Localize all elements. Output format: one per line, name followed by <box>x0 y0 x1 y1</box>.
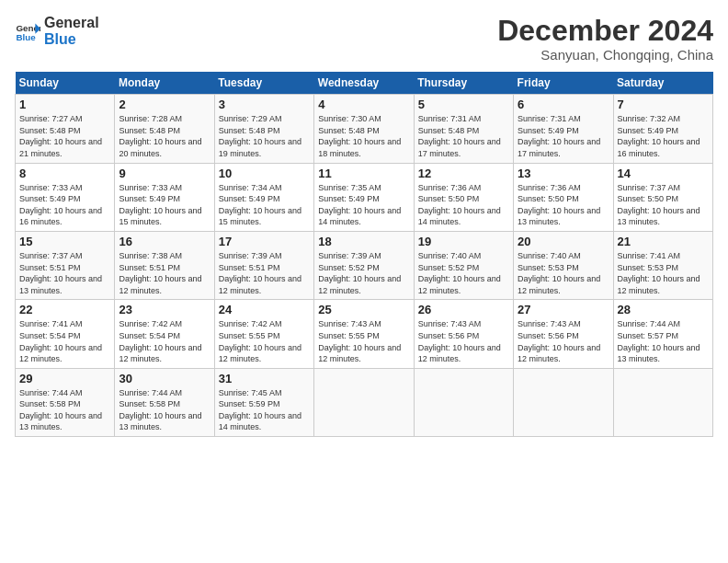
day-detail: Sunrise: 7:31 AMSunset: 5:48 PMDaylight:… <box>418 114 501 158</box>
day-number: 6 <box>518 98 609 111</box>
calendar-cell: 25Sunrise: 7:43 AMSunset: 5:55 PMDayligh… <box>314 300 414 368</box>
calendar-cell: 9Sunrise: 7:33 AMSunset: 5:49 PMDaylight… <box>115 163 214 231</box>
day-number: 21 <box>618 235 709 248</box>
day-number: 10 <box>219 167 310 180</box>
calendar-cell: 15Sunrise: 7:37 AMSunset: 5:51 PMDayligh… <box>16 231 115 299</box>
day-detail: Sunrise: 7:42 AMSunset: 5:55 PMDaylight:… <box>219 319 301 363</box>
calendar-cell: 31Sunrise: 7:45 AMSunset: 5:59 PMDayligh… <box>214 368 313 436</box>
day-detail: Sunrise: 7:35 AMSunset: 5:49 PMDaylight:… <box>318 183 401 227</box>
calendar-cell: 1Sunrise: 7:27 AMSunset: 5:48 PMDaylight… <box>16 95 115 163</box>
day-number: 28 <box>618 303 709 316</box>
day-number: 11 <box>318 167 409 180</box>
day-number: 14 <box>618 167 709 180</box>
day-detail: Sunrise: 7:44 AMSunset: 5:58 PMDaylight:… <box>119 388 201 432</box>
calendar-cell: 7Sunrise: 7:32 AMSunset: 5:49 PMDaylight… <box>613 95 712 163</box>
day-number: 23 <box>119 303 210 316</box>
calendar-cell: 8Sunrise: 7:33 AMSunset: 5:49 PMDaylight… <box>16 163 115 231</box>
calendar-cell: 23Sunrise: 7:42 AMSunset: 5:54 PMDayligh… <box>115 300 214 368</box>
day-number: 29 <box>19 372 110 385</box>
day-number: 31 <box>219 372 310 385</box>
day-number: 12 <box>418 167 509 180</box>
calendar-week-4: 22Sunrise: 7:41 AMSunset: 5:54 PMDayligh… <box>16 300 713 368</box>
calendar-cell: 6Sunrise: 7:31 AMSunset: 5:49 PMDaylight… <box>514 95 613 163</box>
calendar-cell: 20Sunrise: 7:40 AMSunset: 5:53 PMDayligh… <box>514 231 613 299</box>
calendar-cell: 28Sunrise: 7:44 AMSunset: 5:57 PMDayligh… <box>613 300 712 368</box>
logo-icon: General Blue <box>15 18 40 44</box>
calendar-cell: 17Sunrise: 7:39 AMSunset: 5:51 PMDayligh… <box>214 231 313 299</box>
day-detail: Sunrise: 7:30 AMSunset: 5:48 PMDaylight:… <box>318 114 401 158</box>
day-detail: Sunrise: 7:37 AMSunset: 5:50 PMDaylight:… <box>618 183 700 227</box>
calendar-week-3: 15Sunrise: 7:37 AMSunset: 5:51 PMDayligh… <box>16 231 713 299</box>
day-detail: Sunrise: 7:43 AMSunset: 5:55 PMDaylight:… <box>318 319 401 363</box>
day-number: 16 <box>119 235 210 248</box>
day-detail: Sunrise: 7:39 AMSunset: 5:52 PMDaylight:… <box>318 251 401 295</box>
day-number: 20 <box>518 235 609 248</box>
day-number: 8 <box>19 167 110 180</box>
day-detail: Sunrise: 7:41 AMSunset: 5:54 PMDaylight:… <box>19 319 102 363</box>
calendar-cell <box>314 368 414 436</box>
calendar-cell: 2Sunrise: 7:28 AMSunset: 5:48 PMDaylight… <box>115 95 214 163</box>
calendar-cell: 10Sunrise: 7:34 AMSunset: 5:49 PMDayligh… <box>214 163 313 231</box>
day-detail: Sunrise: 7:27 AMSunset: 5:48 PMDaylight:… <box>19 114 102 158</box>
title-block: December 2024 Sanyuan, Chongqing, China <box>497 15 713 63</box>
day-detail: Sunrise: 7:41 AMSunset: 5:53 PMDaylight:… <box>618 251 700 295</box>
calendar-cell <box>613 368 712 436</box>
day-number: 4 <box>318 98 409 111</box>
day-detail: Sunrise: 7:45 AMSunset: 5:59 PMDaylight:… <box>219 388 301 432</box>
calendar-table: SundayMondayTuesdayWednesdayThursdayFrid… <box>15 72 713 437</box>
calendar-cell <box>514 368 613 436</box>
day-number: 30 <box>119 372 210 385</box>
day-detail: Sunrise: 7:32 AMSunset: 5:49 PMDaylight:… <box>618 114 700 158</box>
calendar-cell: 21Sunrise: 7:41 AMSunset: 5:53 PMDayligh… <box>613 231 712 299</box>
day-detail: Sunrise: 7:44 AMSunset: 5:57 PMDaylight:… <box>618 319 700 363</box>
logo: General Blue General Blue <box>15 15 99 47</box>
calendar-cell: 29Sunrise: 7:44 AMSunset: 5:58 PMDayligh… <box>16 368 115 436</box>
day-detail: Sunrise: 7:43 AMSunset: 5:56 PMDaylight:… <box>418 319 501 363</box>
day-number: 5 <box>418 98 509 111</box>
day-number: 3 <box>219 98 310 111</box>
day-number: 24 <box>219 303 310 316</box>
calendar-cell <box>414 368 513 436</box>
day-number: 15 <box>19 235 110 248</box>
calendar-cell: 3Sunrise: 7:29 AMSunset: 5:48 PMDaylight… <box>214 95 313 163</box>
day-number: 17 <box>219 235 310 248</box>
day-number: 27 <box>518 303 609 316</box>
calendar-cell: 5Sunrise: 7:31 AMSunset: 5:48 PMDaylight… <box>414 95 513 163</box>
calendar-cell: 24Sunrise: 7:42 AMSunset: 5:55 PMDayligh… <box>214 300 313 368</box>
subtitle: Sanyuan, Chongqing, China <box>497 47 713 63</box>
calendar-cell: 30Sunrise: 7:44 AMSunset: 5:58 PMDayligh… <box>115 368 214 436</box>
day-number: 22 <box>19 303 110 316</box>
calendar-cell: 18Sunrise: 7:39 AMSunset: 5:52 PMDayligh… <box>314 231 414 299</box>
calendar-cell: 26Sunrise: 7:43 AMSunset: 5:56 PMDayligh… <box>414 300 513 368</box>
weekday-header-tuesday: Tuesday <box>214 72 313 95</box>
day-detail: Sunrise: 7:37 AMSunset: 5:51 PMDaylight:… <box>19 251 102 295</box>
month-title: December 2024 <box>497 15 713 47</box>
calendar-week-1: 1Sunrise: 7:27 AMSunset: 5:48 PMDaylight… <box>16 95 713 163</box>
calendar-container: General Blue General Blue December 2024 … <box>0 0 728 563</box>
weekday-header-friday: Friday <box>514 72 613 95</box>
weekday-header-monday: Monday <box>115 72 214 95</box>
day-number: 19 <box>418 235 509 248</box>
day-detail: Sunrise: 7:44 AMSunset: 5:58 PMDaylight:… <box>19 388 102 432</box>
day-detail: Sunrise: 7:29 AMSunset: 5:48 PMDaylight:… <box>219 114 301 158</box>
day-detail: Sunrise: 7:42 AMSunset: 5:54 PMDaylight:… <box>119 319 201 363</box>
day-number: 7 <box>618 98 709 111</box>
header: General Blue General Blue December 2024 … <box>15 15 713 63</box>
day-number: 2 <box>119 98 210 111</box>
calendar-cell: 12Sunrise: 7:36 AMSunset: 5:50 PMDayligh… <box>414 163 513 231</box>
logo-text: General Blue <box>44 15 99 47</box>
calendar-cell: 14Sunrise: 7:37 AMSunset: 5:50 PMDayligh… <box>613 163 712 231</box>
day-detail: Sunrise: 7:43 AMSunset: 5:56 PMDaylight:… <box>518 319 600 363</box>
calendar-week-2: 8Sunrise: 7:33 AMSunset: 5:49 PMDaylight… <box>16 163 713 231</box>
day-detail: Sunrise: 7:33 AMSunset: 5:49 PMDaylight:… <box>19 183 102 227</box>
day-detail: Sunrise: 7:28 AMSunset: 5:48 PMDaylight:… <box>119 114 201 158</box>
weekday-header-saturday: Saturday <box>613 72 712 95</box>
weekday-header-sunday: Sunday <box>16 72 115 95</box>
day-detail: Sunrise: 7:39 AMSunset: 5:51 PMDaylight:… <box>219 251 301 295</box>
day-number: 9 <box>119 167 210 180</box>
day-detail: Sunrise: 7:40 AMSunset: 5:52 PMDaylight:… <box>418 251 501 295</box>
calendar-cell: 13Sunrise: 7:36 AMSunset: 5:50 PMDayligh… <box>514 163 613 231</box>
calendar-cell: 4Sunrise: 7:30 AMSunset: 5:48 PMDaylight… <box>314 95 414 163</box>
calendar-cell: 16Sunrise: 7:38 AMSunset: 5:51 PMDayligh… <box>115 231 214 299</box>
svg-text:Blue: Blue <box>16 31 36 41</box>
